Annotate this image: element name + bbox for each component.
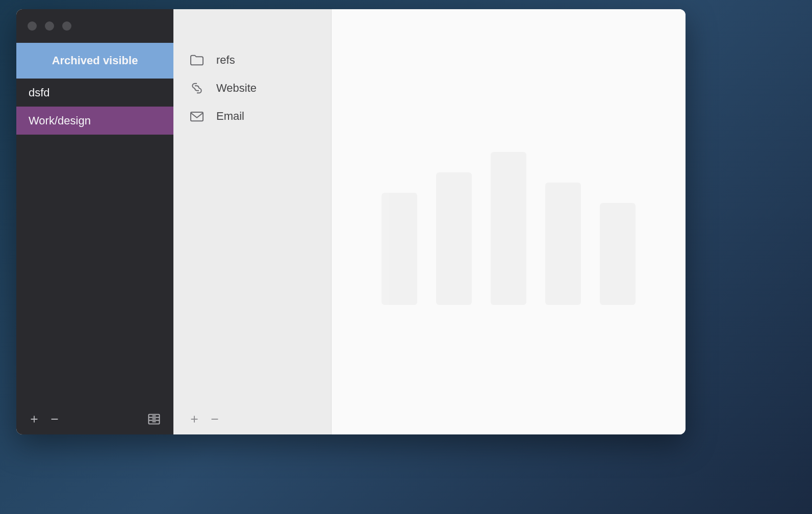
add-button[interactable]: [29, 414, 40, 425]
items-pane: refs Website Email: [173, 9, 332, 434]
add-item-button[interactable]: [189, 414, 200, 425]
minus-icon: [49, 414, 60, 425]
link-icon: [189, 80, 205, 96]
items-list: refs Website Email: [173, 9, 331, 130]
minimize-icon[interactable]: [45, 21, 54, 31]
sidebar-footer: [16, 404, 173, 434]
list-item-label: Email: [216, 110, 244, 123]
svg-rect-9: [191, 112, 203, 121]
archive-toggle-label: Archived visible: [52, 54, 138, 67]
app-window: Archived visible dsfd Work/design: [16, 9, 686, 434]
content-pane: [332, 9, 686, 434]
remove-button[interactable]: [49, 414, 60, 425]
envelope-icon: [189, 108, 205, 124]
list-item-label: refs: [216, 54, 235, 67]
close-icon[interactable]: [28, 21, 37, 31]
sidebar-item-label: Work/design: [29, 114, 91, 127]
list-item-folder[interactable]: refs: [189, 46, 321, 74]
sidebar: Archived visible dsfd Work/design: [16, 9, 173, 434]
titlebar: [16, 9, 173, 43]
sidebar-item[interactable]: dsfd: [16, 79, 173, 107]
minus-icon: [209, 414, 220, 425]
archive-button[interactable]: [147, 412, 161, 426]
folder-icon: [189, 52, 205, 68]
list-item-label: Website: [216, 82, 257, 95]
sidebar-item-label: dsfd: [29, 86, 50, 99]
sidebar-item[interactable]: Work/design: [16, 107, 173, 135]
plus-icon: [29, 414, 40, 425]
items-footer: [173, 404, 331, 434]
list-item-email[interactable]: Email: [189, 102, 321, 130]
watermark-illustration: [372, 132, 645, 305]
archive-toggle[interactable]: Archived visible: [16, 43, 173, 79]
remove-item-button[interactable]: [209, 414, 220, 425]
plus-icon: [189, 414, 200, 425]
list-item-link[interactable]: Website: [189, 74, 321, 102]
maximize-icon[interactable]: [62, 21, 71, 31]
archive-icon: [147, 412, 161, 426]
